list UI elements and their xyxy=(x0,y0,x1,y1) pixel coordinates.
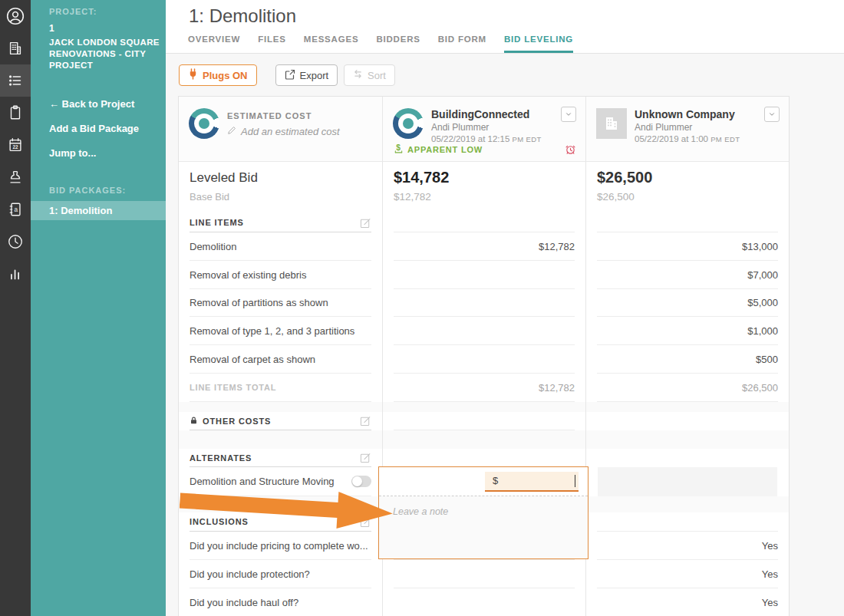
edit-inclusions-icon[interactable] xyxy=(360,516,371,528)
bid-value-cell[interactable]: $7,000 xyxy=(585,261,789,289)
base-bid-label: Base Bid xyxy=(190,191,371,203)
bid-value-cell[interactable]: $500 xyxy=(585,345,789,374)
project-name: JACK LONDON SQUARE RENOVATIONS - CITY PR… xyxy=(49,37,164,71)
estimated-cost-label: ESTIMATED COST xyxy=(227,108,340,120)
bidder-contact-name: Andi Plummer xyxy=(431,122,542,133)
list-icon[interactable] xyxy=(0,64,31,97)
leveled-bid-label-cell: Leveled Bid Base Bid xyxy=(179,162,382,213)
edit-alternates-icon[interactable] xyxy=(360,452,371,463)
sort-button[interactable]: Sort xyxy=(344,64,395,86)
bid-value-cell[interactable]: $1,000 xyxy=(585,317,789,345)
tab-messages[interactable]: MESSAGES xyxy=(304,35,359,53)
apparent-low-badge: $ APPARENT LOW xyxy=(394,143,483,156)
export-button[interactable]: Export xyxy=(275,64,338,86)
dollar-low-icon: $ xyxy=(394,143,404,156)
notebook-icon[interactable]: a xyxy=(0,193,31,226)
pencil-icon xyxy=(227,126,236,137)
inclusions-section-header: INCLUSIONS xyxy=(179,512,382,532)
main-content: 1: Demolition OVERVIEW FILES MESSAGES BI… xyxy=(166,0,844,616)
line-items-total-value: $26,500 xyxy=(585,374,789,402)
plugs-toggle-button[interactable]: Plugs ON xyxy=(179,64,257,86)
avatar-icon[interactable] xyxy=(0,0,31,32)
line-items-section-header: LINE ITEMS xyxy=(179,213,382,232)
bid-value-cell[interactable] xyxy=(382,261,585,289)
unknown-company-avatar xyxy=(596,108,627,139)
bid-value-cell[interactable]: $13,000 xyxy=(585,232,789,261)
tab-bidders[interactable]: BIDDERS xyxy=(376,35,420,53)
calendar-icon[interactable]: 22 xyxy=(0,129,31,161)
company-icon[interactable] xyxy=(0,32,31,64)
inclusion-value-cell[interactable]: Yes xyxy=(585,532,789,560)
inclusion-label: Did you include haul off? xyxy=(179,588,382,616)
inclusion-label: Did you include protection? xyxy=(179,560,382,588)
jump-to-link[interactable]: Jump to... xyxy=(49,147,166,159)
buildingconnected-logo xyxy=(189,108,219,139)
tab-bid-form[interactable]: BID FORM xyxy=(438,35,486,53)
bid-value-cell[interactable]: $12,782 xyxy=(382,232,585,261)
line-item-label: Removal of partitions as shown xyxy=(179,289,382,317)
currency-prefix: $ xyxy=(493,475,498,486)
cell-editor-popup: $ Leave a note xyxy=(378,466,588,559)
project-number: 1 xyxy=(49,23,166,34)
svg-text:$: $ xyxy=(396,143,401,152)
toolbar: Plugs ON Export Sort xyxy=(179,64,395,86)
sort-icon xyxy=(353,69,363,81)
line-item-label: Removal of existing debris xyxy=(179,261,382,289)
leveled-bid-cell[interactable]: $14,782 $12,782 xyxy=(382,162,585,213)
chevron-down-icon xyxy=(768,107,776,121)
app-icon-rail: 22 a xyxy=(0,0,31,616)
clipboard-icon[interactable] xyxy=(0,97,31,129)
sidebar-item-demolition[interactable]: 1: Demolition xyxy=(31,201,166,220)
svg-text:22: 22 xyxy=(12,144,18,150)
tab-bar: OVERVIEW FILES MESSAGES BIDDERS BID FORM… xyxy=(188,35,573,53)
plug-icon xyxy=(188,68,198,82)
other-costs-section-header: OTHER COSTS xyxy=(179,412,382,430)
clock-icon[interactable] xyxy=(0,226,31,258)
chart-icon[interactable] xyxy=(0,258,31,290)
alternate-toggle[interactable] xyxy=(351,476,371,487)
page-header: 1: Demolition OVERVIEW FILES MESSAGES BI… xyxy=(166,0,844,54)
leveled-bid-label: Leveled Bid xyxy=(190,170,371,186)
bidder-column-header-buildingconnected: BuildingConnected Andi Plummer 05/22/201… xyxy=(382,97,585,162)
bidder-contact-name: Andi Plummer xyxy=(635,122,740,133)
estimate-column-header: ESTIMATED COST Add an estimated cost xyxy=(179,97,382,162)
line-items-total-value: $12,782 xyxy=(382,374,585,402)
bid-value-cell[interactable] xyxy=(382,345,585,374)
edit-other-costs-icon[interactable] xyxy=(360,415,371,427)
tab-files[interactable]: FILES xyxy=(258,35,286,53)
bidder-company-name: Unknown Company xyxy=(635,108,740,120)
bid-value-cell[interactable]: $5,000 xyxy=(585,289,789,317)
line-items-total-label: LINE ITEMS TOTAL xyxy=(179,374,382,402)
line-item-label: Demolition xyxy=(179,232,382,261)
bidder-menu-button[interactable] xyxy=(764,107,780,122)
line-item-label: Removal of carpet as shown xyxy=(179,345,382,374)
alternate-value-cell-disabled xyxy=(585,467,789,496)
tab-bid-leveling[interactable]: BID LEVELING xyxy=(504,35,573,53)
add-estimated-cost-link[interactable]: Add an estimated cost xyxy=(227,126,340,137)
inclusion-value-cell[interactable] xyxy=(382,588,585,616)
bid-value-cell[interactable] xyxy=(382,289,585,317)
alternate-label-cell: Demolition and Structure Moving xyxy=(179,467,382,496)
inclusion-value-cell[interactable]: Yes xyxy=(585,588,789,616)
bid-value-cell[interactable] xyxy=(382,317,585,345)
bidder-avatar xyxy=(393,108,424,139)
export-icon xyxy=(285,69,295,82)
inclusion-value-cell[interactable] xyxy=(382,560,585,588)
inclusion-label: Did you include pricing to complete wo..… xyxy=(179,532,382,560)
tab-overview[interactable]: OVERVIEW xyxy=(188,35,240,53)
add-bid-package-link[interactable]: Add a Bid Package xyxy=(49,123,166,134)
bidder-column-header-unknown: Unknown Company Andi Plummer 05/22/2019 … xyxy=(585,97,789,162)
chevron-down-icon xyxy=(565,107,572,121)
amount-input[interactable]: $ xyxy=(485,472,579,492)
edit-line-items-icon[interactable] xyxy=(360,217,371,229)
bidder-menu-button[interactable] xyxy=(561,107,576,122)
note-input[interactable]: Leave a note xyxy=(379,496,588,558)
project-sidebar: PROJECT: 1 JACK LONDON SQUARE RENOVATION… xyxy=(31,0,166,616)
back-to-project-link[interactable]: ← Back to Project xyxy=(49,98,166,110)
leveled-bid-cell[interactable]: $26,500 $26,500 xyxy=(585,162,789,213)
bid-packages-label: BID PACKAGES: xyxy=(49,186,166,195)
stamp-icon[interactable] xyxy=(0,161,31,193)
inclusion-value-cell[interactable]: Yes xyxy=(585,560,789,588)
project-label: PROJECT: xyxy=(49,7,166,16)
bidder-company-name: BuildingConnected xyxy=(431,108,542,120)
